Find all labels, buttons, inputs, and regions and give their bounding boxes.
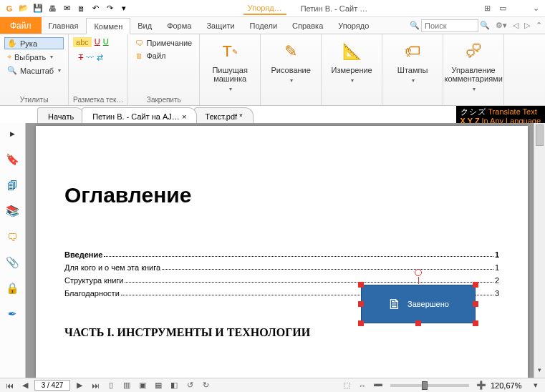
doctab-start[interactable]: Начать xyxy=(37,107,85,123)
rotate-ccw-icon[interactable]: ↺ xyxy=(183,380,196,391)
underline-icon[interactable]: U xyxy=(95,37,100,47)
view-facing-icon[interactable]: ▣ xyxy=(136,380,149,391)
view-cont-icon[interactable]: ▥ xyxy=(120,380,133,391)
underline2-icon[interactable]: U xyxy=(103,37,109,47)
manage-comments-button[interactable]: 🗪 Управлениекомментариями xyxy=(448,37,499,95)
resize-handle[interactable] xyxy=(473,282,478,288)
tab-organize[interactable]: Упорядо xyxy=(331,17,377,34)
email-icon[interactable]: ✉ xyxy=(60,2,73,15)
tab-comment[interactable]: Коммен xyxy=(86,18,130,34)
rotate-handle[interactable] xyxy=(415,269,422,276)
toc-row: Введение1 xyxy=(64,250,499,259)
resize-handle[interactable] xyxy=(358,282,364,288)
hand-tool-button[interactable]: ✋Рука xyxy=(4,37,64,49)
doctab-text[interactable]: Текст.pdf * xyxy=(194,107,253,123)
zoom-value[interactable]: 120,67% xyxy=(491,381,526,390)
vertical-scrollbar[interactable]: ▴ ▾ xyxy=(534,123,545,378)
security-icon[interactable]: 🔒 xyxy=(5,280,21,296)
zoom-tool-button[interactable]: 🔍Масштаб xyxy=(4,64,64,77)
first-page-icon[interactable]: ⏮ xyxy=(3,380,16,391)
title-docname: Петин В. - Сайт … xyxy=(301,4,368,13)
collapse-ribbon-icon[interactable]: ⌃ xyxy=(533,21,545,30)
toc-row: Структура книги2 xyxy=(64,276,499,285)
pdf-page: Оглавление Введение1Для кого и о чем эта… xyxy=(36,126,528,378)
tab-help[interactable]: Справка xyxy=(285,17,331,34)
tab-share[interactable]: Подели xyxy=(243,17,286,34)
resize-handle[interactable] xyxy=(473,320,478,326)
nav-next-icon[interactable]: ▷ xyxy=(521,21,533,30)
stamp-annotation[interactable]: 🗎 Завершено xyxy=(361,285,476,323)
resize-handle[interactable] xyxy=(415,320,421,326)
sign-icon[interactable]: ✒ xyxy=(5,306,21,322)
fit-width-icon[interactable]: ↔ xyxy=(356,380,369,391)
search-input[interactable] xyxy=(421,19,478,32)
attach-file-button[interactable]: 🗎Файл xyxy=(132,50,195,62)
replace-icon[interactable]: ⇄ xyxy=(97,53,103,62)
note-button[interactable]: 🗨Примечание xyxy=(132,37,195,49)
next-page-icon[interactable]: ▶ xyxy=(73,380,86,391)
strike-icon[interactable]: T xyxy=(79,53,84,62)
last-page-icon[interactable]: ⏭ xyxy=(89,380,102,391)
ruler-icon: 📐 xyxy=(340,40,363,63)
app-logo-icon: G xyxy=(3,2,16,15)
comments-panel-icon[interactable]: 🗨 xyxy=(5,229,21,245)
search-go-icon[interactable]: 🔍 xyxy=(480,21,490,30)
view-single-icon[interactable]: ▯ xyxy=(105,380,117,391)
file-menu-button[interactable]: Файл xyxy=(0,17,42,34)
doc-icon[interactable]: 🗎 xyxy=(74,2,87,15)
resize-handle[interactable] xyxy=(358,320,364,326)
tab-view[interactable]: Вид xyxy=(130,17,160,34)
zoom-slider[interactable] xyxy=(390,384,469,387)
bookmarks-icon[interactable]: 🔖 xyxy=(5,152,21,167)
nav-prev-icon[interactable]: ◁ xyxy=(510,21,521,30)
typewriter-button[interactable]: T✎ Пишущаямашинка xyxy=(204,37,256,95)
drawing-button[interactable]: ✎ Рисование xyxy=(265,37,317,87)
pencil-icon: ✎ xyxy=(279,40,302,63)
attachments-icon[interactable]: 📎 xyxy=(5,255,21,270)
layers-icon[interactable]: 📚 xyxy=(5,203,21,219)
gear-icon[interactable]: ⚙▾ xyxy=(493,21,510,30)
redo-icon[interactable]: ↷ xyxy=(103,2,116,15)
resize-handle[interactable] xyxy=(358,301,364,307)
sidebar-expand-icon[interactable]: ▶ xyxy=(5,126,21,142)
rotate-cw-icon[interactable]: ↻ xyxy=(199,380,212,391)
prev-page-icon[interactable]: ◀ xyxy=(19,380,32,391)
scroll-down-icon[interactable]: ▾ xyxy=(534,366,545,378)
squiggly-icon[interactable]: 〰 xyxy=(86,53,94,62)
resize-handle[interactable] xyxy=(473,301,478,307)
select-icon: ⌖ xyxy=(7,52,11,62)
file-icon: 🗎 xyxy=(135,52,143,60)
zoom-in-icon[interactable]: ➕ xyxy=(475,380,488,391)
read-mode-icon[interactable]: ▭ xyxy=(496,2,509,15)
hand-icon: ✋ xyxy=(7,39,17,48)
select-tool-button[interactable]: ⌖Выбрать xyxy=(4,51,64,63)
zoom-icon: 🔍 xyxy=(7,66,17,75)
zoom-slider-handle[interactable] xyxy=(422,381,428,390)
tab-home[interactable]: Главная xyxy=(42,17,87,34)
toc-row: Для кого и о чем эта книга1 xyxy=(64,263,499,272)
minimize-ribbon-icon[interactable]: ⌄ xyxy=(529,2,542,15)
zoom-out-icon[interactable]: ➖ xyxy=(372,380,385,391)
zoom-dropdown-icon[interactable]: ▾ xyxy=(529,380,542,391)
page-number-input[interactable] xyxy=(34,380,70,391)
view-contfacing-icon[interactable]: ▦ xyxy=(152,380,165,391)
group-markup-label: Разметка тек… xyxy=(73,94,123,104)
stamps-button[interactable]: 🏷 Штампы xyxy=(387,37,438,87)
highlight-icon[interactable]: abc xyxy=(73,37,92,47)
stamp-text: Завершено xyxy=(407,300,449,308)
measure-button[interactable]: 📐 Измерение xyxy=(326,37,377,87)
arrange-windows-icon[interactable]: ⊞ xyxy=(481,2,493,15)
tab-protect[interactable]: Защити xyxy=(199,17,242,34)
open-icon[interactable]: 📂 xyxy=(17,2,30,15)
undo-icon[interactable]: ↶ xyxy=(89,2,102,15)
find-icon[interactable]: 🔍 xyxy=(410,21,420,30)
save-icon[interactable]: 💾 xyxy=(32,2,44,15)
scroll-thumb[interactable] xyxy=(536,124,544,146)
fit-page-icon[interactable]: ⬚ xyxy=(340,380,353,391)
print-icon[interactable]: 🖶 xyxy=(46,2,59,15)
pages-icon[interactable]: 🗐 xyxy=(5,177,21,193)
qat-dropdown-icon[interactable]: ▾ xyxy=(117,2,130,15)
doctab-petin[interactable]: Петин В. - Сайт на AJ… × xyxy=(82,107,197,123)
tab-form[interactable]: Форма xyxy=(160,17,199,34)
color-icon[interactable]: ◧ xyxy=(168,380,180,391)
